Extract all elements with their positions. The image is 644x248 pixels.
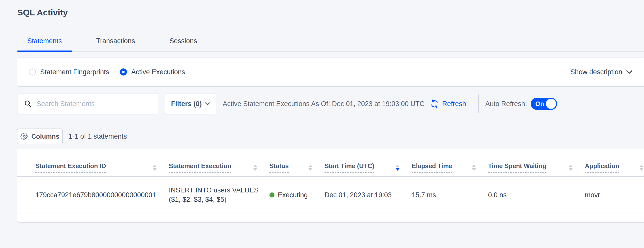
column-header-statement-execution-id[interactable]: Statement Execution ID: [35, 162, 169, 176]
cell-status: Executing: [269, 191, 325, 199]
chevron-down-icon: [205, 102, 210, 106]
radio-circle-icon[interactable]: [120, 68, 127, 76]
search-box[interactable]: [17, 93, 158, 114]
result-count: 1-1 of 1 statements: [68, 133, 127, 140]
refresh-button[interactable]: Refresh: [430, 99, 466, 108]
statement-line-1: INSERT INTO users VALUES: [169, 186, 257, 195]
column-header-label: Time Spent Waiting: [488, 162, 546, 173]
tab-sessions[interactable]: Sessions: [159, 37, 207, 51]
table-toolbar: Columns 1-1 of 1 statements: [17, 129, 644, 144]
search-input[interactable]: [36, 100, 147, 108]
sort-arrows-icon[interactable]: [569, 165, 573, 171]
statement-line-2: ($1, $2, $3, $4, $5): [169, 195, 257, 204]
statements-table: Statement Execution ID Statement Executi…: [17, 148, 644, 222]
sort-arrows-icon[interactable]: [639, 165, 643, 171]
as-of-timestamp: Active Statement Executions As Of: Dec 0…: [223, 100, 424, 108]
refresh-icon: [430, 99, 439, 108]
cell-time-spent-waiting: 0.0 ns: [488, 191, 585, 199]
sort-arrows-icon[interactable]: [396, 165, 400, 171]
radio-active-executions[interactable]: Active Executions: [120, 68, 185, 76]
page-title: SQL Activity: [17, 8, 644, 17]
show-description-button[interactable]: Show description: [570, 68, 632, 76]
cell-start-time: Dec 01, 2023 at 19:03: [325, 191, 412, 199]
column-header-status[interactable]: Status: [269, 162, 325, 176]
sort-arrows-icon[interactable]: [253, 165, 257, 171]
cell-elapsed-time: 15.7 ms: [412, 191, 488, 199]
show-description-label: Show description: [570, 68, 622, 76]
column-header-label: Status: [269, 162, 289, 173]
column-header-label: Application: [585, 162, 619, 173]
status-label: Executing: [278, 191, 308, 199]
column-header-statement-execution[interactable]: Statement Execution: [169, 162, 269, 176]
view-mode-card: Statement Fingerprints Active Executions…: [17, 58, 644, 86]
cell-statement: INSERT INTO users VALUES ($1, $2, $3, $4…: [169, 186, 269, 204]
filters-label: Filters (0): [171, 100, 202, 108]
table-header-row: Statement Execution ID Statement Executi…: [17, 148, 644, 177]
column-header-application[interactable]: Application: [585, 162, 644, 176]
radio-statement-fingerprints[interactable]: Statement Fingerprints: [29, 68, 109, 76]
tab-bar: Statements Transactions Sessions: [17, 37, 644, 52]
radio-label: Statement Fingerprints: [40, 68, 109, 76]
sort-arrows-icon[interactable]: [308, 165, 312, 171]
column-header-elapsed-time[interactable]: Elapsed Time: [412, 162, 488, 176]
sort-arrows-icon[interactable]: [153, 165, 157, 171]
vertical-divider: [478, 94, 479, 113]
gear-icon: [20, 133, 28, 140]
cell-application: movr: [585, 191, 644, 199]
column-header-label: Elapsed Time: [412, 162, 452, 173]
toggle-state-label: On: [535, 100, 544, 108]
column-header-label: Start Time (UTC): [325, 162, 374, 173]
radio-circle-icon[interactable]: [29, 68, 36, 76]
column-header-label: Statement Execution: [169, 162, 231, 173]
tab-transactions[interactable]: Transactions: [86, 37, 145, 51]
auto-refresh-label: Auto Refresh:: [485, 100, 527, 108]
radio-label: Active Executions: [131, 68, 185, 76]
status-dot-icon: [269, 192, 274, 197]
tab-statements[interactable]: Statements: [17, 37, 72, 51]
columns-button[interactable]: Columns: [17, 129, 63, 144]
chevron-down-icon: [626, 70, 632, 74]
toggle-knob[interactable]: [546, 99, 556, 109]
column-header-start-time[interactable]: Start Time (UTC): [325, 162, 412, 176]
filters-button[interactable]: Filters (0): [165, 93, 216, 114]
columns-label: Columns: [31, 133, 59, 140]
column-header-label: Statement Execution ID: [35, 162, 106, 173]
sort-arrows-icon[interactable]: [472, 165, 476, 171]
table-row[interactable]: 179cca7921e679b80000000000000001 INSERT …: [17, 177, 644, 213]
column-header-time-spent-waiting[interactable]: Time Spent Waiting: [488, 162, 585, 176]
refresh-label: Refresh: [442, 100, 466, 108]
auto-refresh-toggle[interactable]: On: [531, 98, 557, 110]
search-icon: [24, 100, 32, 108]
controls-row: Filters (0) Active Statement Executions …: [17, 93, 644, 114]
cell-execution-id: 179cca7921e679b80000000000000001: [35, 191, 169, 199]
